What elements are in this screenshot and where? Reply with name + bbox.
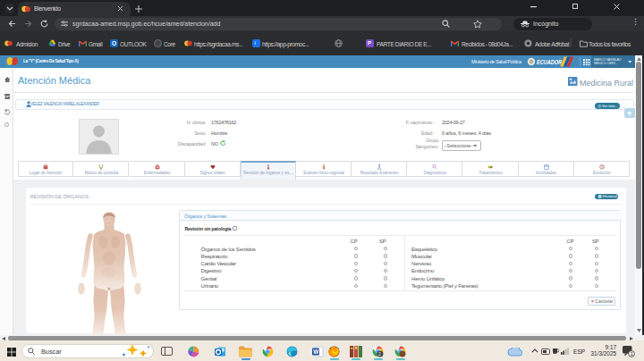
svg-text:W: W [313, 348, 319, 354]
svg-text:1: 1 [631, 351, 633, 357]
svg-text:2: 2 [378, 351, 381, 356]
svg-text:ECUADOR: ECUADOR [537, 58, 562, 66]
